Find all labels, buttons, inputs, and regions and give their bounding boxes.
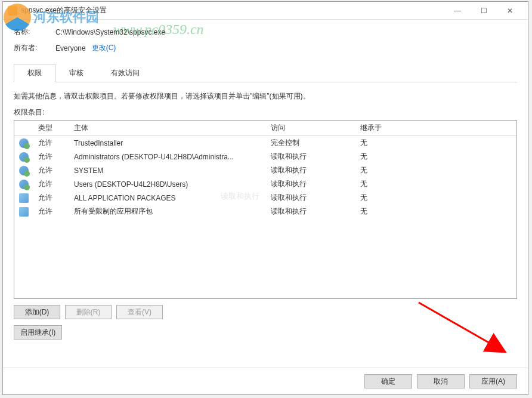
app-icon — [8, 6, 17, 16]
cell-principal: SYSTEM — [69, 163, 266, 177]
cell-type: 允许 — [33, 191, 69, 205]
table-row[interactable]: 允许SYSTEM读取和执行无 — [14, 163, 516, 177]
delete-button[interactable]: 删除(R) — [65, 305, 112, 319]
permissions-table-container: 类型 主体 访问 继承于 允许TrustedInstaller完全控制无允许Ad… — [14, 120, 517, 299]
maximize-button[interactable]: ☐ — [471, 2, 497, 19]
cell-access: 读取和执行 — [266, 191, 355, 205]
cell-access: 读取和执行 — [266, 163, 355, 177]
info-text: 如需其他信息，请双击权限项目。若要修改权限项目，请选择该项目并单击"编辑"(如果… — [14, 91, 517, 101]
cell-type: 允许 — [33, 205, 69, 218]
cell-principal: ALL APPLICATION PACKAGES — [69, 191, 266, 205]
cell-inherited: 无 — [355, 136, 516, 150]
cell-inherited: 无 — [355, 150, 516, 163]
principal-icon — [19, 180, 29, 189]
owner-value: Everyone — [55, 44, 86, 53]
cell-principal: 所有受限制的应用程序包 — [69, 205, 266, 218]
principal-icon — [19, 193, 29, 203]
cell-access: 读取和执行 — [266, 150, 355, 163]
table-row[interactable]: 允许ALL APPLICATION PACKAGES读取和执行无 — [14, 191, 516, 205]
cell-inherited: 无 — [355, 205, 516, 218]
titlebar: sppsvc.exe的高级安全设置 — ☐ ✕ — [3, 2, 528, 20]
cell-inherited: 无 — [355, 163, 516, 177]
col-access-header[interactable]: 访问 — [266, 121, 355, 136]
cancel-button[interactable]: 取消 — [417, 374, 465, 388]
dialog-footer: 确定 取消 应用(A) — [3, 368, 528, 394]
close-button[interactable]: ✕ — [497, 2, 523, 19]
cell-principal: Administrators (DESKTOP-U4L2H8D\Administ… — [69, 150, 266, 163]
table-row[interactable]: 允许所有受限制的应用程序包读取和执行无 — [14, 205, 516, 218]
tab-permissions[interactable]: 权限 — [14, 64, 55, 82]
window-title: sppsvc.exe的高级安全设置 — [21, 5, 444, 16]
cell-inherited: 无 — [355, 177, 516, 191]
apply-button[interactable]: 应用(A) — [469, 374, 517, 388]
cell-principal: Users (DESKTOP-U4L2H8D\Users) — [69, 177, 266, 191]
cell-type: 允许 — [33, 163, 69, 177]
tabs: 权限 审核 有效访问 — [14, 64, 517, 82]
cell-type: 允许 — [33, 150, 69, 163]
minimize-button[interactable]: — — [444, 2, 471, 19]
enable-inherit-button[interactable]: 启用继承(I) — [14, 325, 62, 340]
tab-audit[interactable]: 审核 — [55, 64, 97, 82]
cell-access: 读取和执行 — [266, 205, 355, 218]
cell-type: 允许 — [33, 177, 69, 191]
entries-label: 权限条目: — [14, 107, 517, 118]
owner-label: 所有者: — [14, 43, 55, 53]
cell-inherited: 无 — [355, 191, 516, 205]
principal-icon — [19, 207, 29, 217]
ok-button[interactable]: 确定 — [364, 374, 412, 388]
principal-icon — [19, 166, 29, 175]
table-row[interactable]: 允许Users (DESKTOP-U4L2H8D\Users)读取和执行无 — [14, 177, 516, 191]
cell-type: 允许 — [33, 136, 69, 150]
tab-effective-access[interactable]: 有效访问 — [97, 64, 153, 82]
principal-icon — [19, 152, 29, 162]
cell-access: 读取和执行 — [266, 177, 355, 191]
change-owner-link[interactable]: 更改(C) — [92, 43, 116, 53]
cell-principal: TrustedInstaller — [69, 136, 266, 150]
table-row[interactable]: 允许Administrators (DESKTOP-U4L2H8D\Admini… — [14, 150, 516, 163]
permissions-table: 类型 主体 访问 继承于 允许TrustedInstaller完全控制无允许Ad… — [14, 121, 516, 218]
cell-access: 完全控制 — [266, 136, 355, 150]
col-inherited-header[interactable]: 继承于 — [355, 121, 516, 136]
principal-icon — [19, 138, 29, 148]
col-icon-header[interactable] — [14, 121, 33, 136]
add-button[interactable]: 添加(D) — [14, 305, 60, 319]
name-label: 名称: — [14, 27, 55, 37]
name-value: C:\Windows\System32\sppsvc.exe — [55, 28, 165, 36]
dialog-window: sppsvc.exe的高级安全设置 — ☐ ✕ 名称: C:\Windows\S… — [2, 1, 528, 395]
col-type-header[interactable]: 类型 — [33, 121, 69, 136]
table-row[interactable]: 允许TrustedInstaller完全控制无 — [14, 136, 516, 150]
col-principal-header[interactable]: 主体 — [69, 121, 266, 136]
view-button[interactable]: 查看(V) — [116, 305, 163, 319]
